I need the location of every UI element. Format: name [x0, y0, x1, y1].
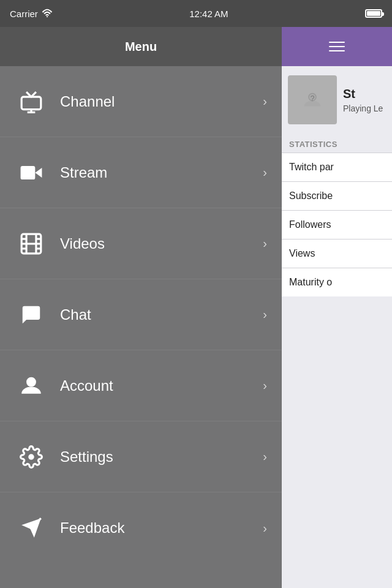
stat-subscribe[interactable]: Subscribe — [282, 181, 392, 210]
sidebar-menu: Channel › Stream › — [0, 66, 282, 588]
channel-chevron: › — [263, 94, 267, 108]
hamburger-button[interactable] — [282, 27, 392, 66]
videos-chevron: › — [263, 236, 267, 251]
account-chevron: › — [263, 379, 267, 393]
stat-followers[interactable]: Followers — [282, 210, 392, 239]
status-bar: Carrier 12:42 AM — [0, 0, 392, 27]
channel-game: Playing Le — [343, 104, 383, 113]
app-header: Menu — [0, 27, 392, 66]
settings-chevron: › — [263, 450, 267, 464]
camera-icon — [15, 156, 48, 189]
account-label: Account — [60, 377, 263, 394]
chat-label: Chat — [60, 306, 263, 323]
stat-twitch-par[interactable]: Twitch par — [282, 153, 392, 181]
svg-text:?: ? — [311, 94, 315, 103]
stat-maturity-label: Maturity o — [289, 277, 332, 287]
feedback-label: Feedback — [60, 519, 263, 537]
settings-label: Settings — [60, 448, 263, 466]
stat-views[interactable]: Views — [282, 239, 392, 268]
channel-label: Channel — [60, 93, 263, 110]
avatar: ? — [288, 75, 337, 124]
carrier-label: Carrier — [10, 9, 38, 19]
sidebar-item-stream[interactable]: Stream › — [0, 137, 282, 208]
channel-name: St — [343, 87, 383, 101]
feedback-chevron: › — [263, 521, 267, 535]
sidebar-item-feedback[interactable]: Feedback › — [0, 492, 282, 564]
statistics-section: STATISTICS Twitch par Subscribe Follower… — [282, 134, 392, 296]
chat-icon — [15, 298, 48, 331]
svg-point-0 — [47, 16, 48, 17]
svg-marker-4 — [35, 168, 42, 178]
tv-icon — [15, 85, 48, 118]
sidebar-item-chat[interactable]: Chat › — [0, 279, 282, 350]
chat-chevron: › — [263, 307, 267, 322]
svg-rect-5 — [21, 165, 36, 179]
film-icon — [15, 227, 48, 260]
svg-rect-1 — [21, 97, 41, 110]
stat-followers-label: Followers — [289, 219, 331, 230]
person-icon — [15, 369, 48, 402]
stat-views-label: Views — [289, 248, 315, 258]
header-left: Menu — [0, 27, 282, 66]
send-icon — [15, 511, 48, 545]
sidebar-item-account[interactable]: Account › — [0, 350, 282, 421]
sidebar-item-settings[interactable]: Settings › — [0, 421, 282, 492]
stat-subscribe-label: Subscribe — [289, 190, 333, 201]
main-layout: Channel › Stream › — [0, 66, 392, 588]
svg-marker-17 — [21, 518, 41, 538]
right-panel: ? St Playing Le STATISTICS Twitch par Su… — [282, 66, 392, 588]
stats-header-label: STATISTICS — [282, 134, 392, 153]
gear-icon — [15, 440, 48, 473]
stat-maturity[interactable]: Maturity o — [282, 268, 392, 296]
stream-chevron: › — [263, 165, 267, 179]
stat-twitch-par-label: Twitch par — [289, 162, 334, 172]
time-label: 12:42 AM — [189, 9, 228, 19]
videos-label: Videos — [60, 235, 263, 252]
svg-point-14 — [26, 377, 36, 386]
channel-header: ? St Playing Le — [282, 66, 392, 134]
header-title: Menu — [125, 40, 157, 54]
stream-label: Stream — [60, 164, 263, 181]
sidebar-item-videos[interactable]: Videos › — [0, 208, 282, 279]
status-left: Carrier — [10, 9, 53, 19]
svg-point-15 — [28, 454, 34, 460]
channel-info: St Playing Le — [343, 87, 383, 113]
wifi-icon — [42, 9, 53, 19]
sidebar-item-channel[interactable]: Channel › — [0, 66, 282, 137]
hamburger-icon — [329, 42, 345, 51]
battery-icon — [365, 9, 382, 18]
